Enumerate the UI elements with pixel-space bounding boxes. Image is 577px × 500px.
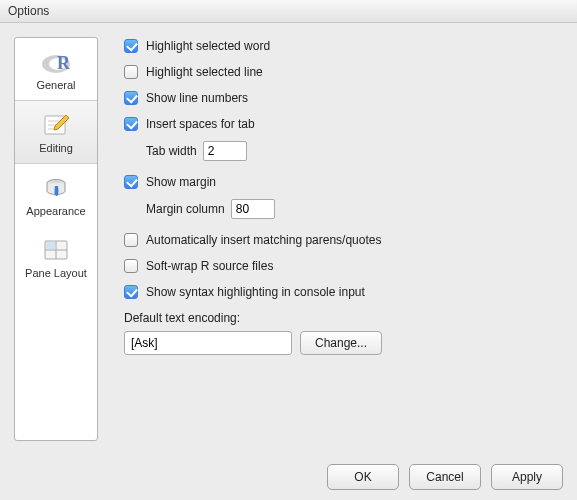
checkbox-label: Soft-wrap R source files: [146, 259, 273, 273]
cancel-button[interactable]: Cancel: [409, 464, 481, 490]
checkbox-label: Show syntax highlighting in console inpu…: [146, 285, 365, 299]
sidebar-item-label: General: [36, 79, 75, 91]
r-logo-icon: R: [40, 47, 72, 77]
sidebar-item-label: Editing: [39, 142, 73, 154]
svg-rect-12: [46, 242, 55, 249]
pencil-note-icon: [40, 110, 72, 140]
checkbox-label: Insert spaces for tab: [146, 117, 255, 131]
checkbox-label: Show margin: [146, 175, 216, 189]
insert-spaces-for-tab-checkbox[interactable]: [124, 117, 138, 131]
svg-text:R: R: [57, 53, 71, 73]
checkbox-label: Show line numbers: [146, 91, 248, 105]
default-text-encoding-input[interactable]: [124, 331, 292, 355]
dialog-footer: OK Cancel Apply: [0, 454, 577, 500]
soft-wrap-checkbox[interactable]: [124, 259, 138, 273]
sidebar-item-label: Pane Layout: [25, 267, 87, 279]
tab-width-input[interactable]: [203, 141, 247, 161]
dialog-title: Options: [0, 0, 577, 23]
category-sidebar: R General Editing Appearance P: [14, 37, 98, 441]
change-encoding-button[interactable]: Change...: [300, 331, 382, 355]
show-line-numbers-checkbox[interactable]: [124, 91, 138, 105]
ok-button[interactable]: OK: [327, 464, 399, 490]
checkbox-label: Highlight selected line: [146, 65, 263, 79]
margin-column-input[interactable]: [231, 199, 275, 219]
sidebar-item-general[interactable]: R General: [15, 38, 97, 100]
console-syntax-highlight-checkbox[interactable]: [124, 285, 138, 299]
highlight-selected-line-checkbox[interactable]: [124, 65, 138, 79]
auto-match-parens-checkbox[interactable]: [124, 233, 138, 247]
show-margin-checkbox[interactable]: [124, 175, 138, 189]
sidebar-item-editing[interactable]: Editing: [15, 100, 97, 164]
checkbox-label: Highlight selected word: [146, 39, 270, 53]
paint-bucket-icon: [40, 173, 72, 203]
sidebar-item-label: Appearance: [26, 205, 85, 217]
options-dialog: Options R General Editing Appearance: [0, 0, 577, 500]
margin-column-label: Margin column: [146, 202, 225, 216]
sidebar-item-appearance[interactable]: Appearance: [15, 164, 97, 226]
tab-width-label: Tab width: [146, 144, 197, 158]
sidebar-item-pane-layout[interactable]: Pane Layout: [15, 226, 97, 288]
highlight-selected-word-checkbox[interactable]: [124, 39, 138, 53]
default-text-encoding-label: Default text encoding:: [124, 311, 555, 325]
checkbox-label: Automatically insert matching parens/quo…: [146, 233, 381, 247]
editing-options-panel: Highlight selected word Highlight select…: [98, 37, 565, 441]
pane-layout-icon: [40, 235, 72, 265]
apply-button[interactable]: Apply: [491, 464, 563, 490]
dialog-body: R General Editing Appearance P: [0, 23, 577, 441]
